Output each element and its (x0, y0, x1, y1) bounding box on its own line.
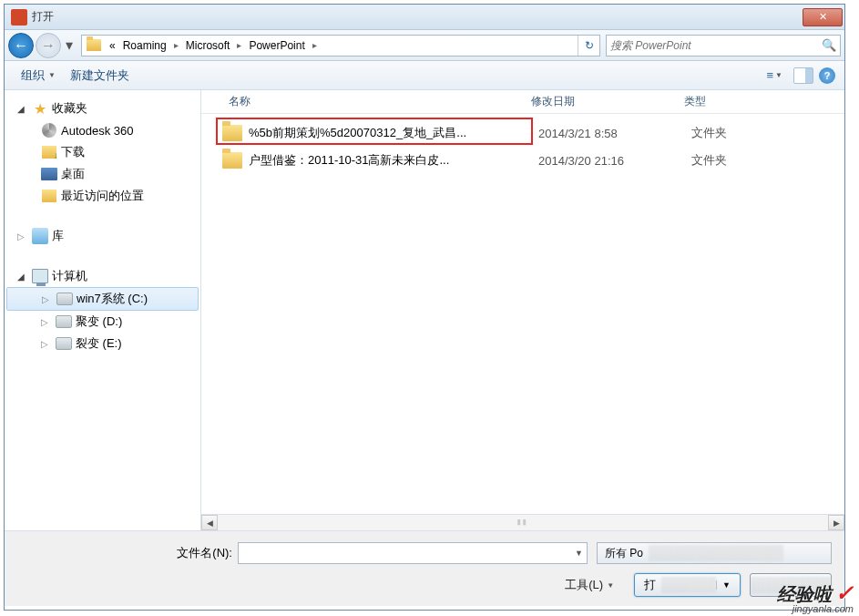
tree-drive-d-label: 聚变 (D:) (76, 313, 122, 330)
organize-label: 组织 (21, 67, 45, 84)
obscured-region (661, 577, 716, 593)
checkmark-icon: ✓ (835, 580, 854, 606)
tree-computer[interactable]: ◢ 计算机 (5, 265, 200, 287)
file-date: 2014/3/21 8:58 (538, 127, 691, 140)
tree-downloads[interactable]: 下载 (5, 141, 200, 163)
file-list-pane: 名称 修改日期 类型 %5b前期策划%5d20070312_复地_武昌... 2… (201, 90, 844, 530)
tools-menu[interactable]: 工具(L) ▼ (565, 577, 614, 593)
tree-downloads-label: 下载 (61, 144, 85, 160)
folder-icon (221, 149, 243, 171)
footer: 文件名(N): ▼ 所有 Po 工具(L) ▼ 打 ▼ (5, 530, 844, 606)
scroll-grip-icon[interactable]: ⦀⦀ (517, 518, 528, 528)
chevron-down-icon: ▼ (607, 581, 614, 590)
tree-desktop-label: 桌面 (61, 166, 85, 182)
filetype-filter-label: 所有 Po (605, 546, 643, 561)
tree-favorites[interactable]: ◢ ★ 收藏夹 (5, 98, 200, 119)
open-dialog-window: 打开 ✕ ← → ▾ « Roaming ▸ Microsoft ▸ Power… (4, 4, 845, 611)
column-type[interactable]: 类型 (677, 90, 795, 113)
close-button[interactable]: ✕ (803, 8, 843, 26)
filename-label: 文件名(N): (17, 545, 238, 561)
tree-autodesk-label: Autodesk 360 (61, 124, 134, 138)
computer-icon (32, 268, 48, 284)
column-name[interactable]: 名称 (201, 90, 524, 113)
obscured-region (649, 545, 783, 561)
breadcrumb-microsoft[interactable]: Microsoft (182, 36, 234, 56)
file-type: 文件夹 (691, 152, 727, 169)
toolbar: 组织 ▼ 新建文件夹 ≡ ▼ ? (5, 61, 844, 90)
tree-library-label: 库 (52, 228, 64, 244)
desktop-icon (41, 166, 57, 182)
tree-arrow-icon[interactable]: ▷ (17, 231, 28, 241)
horizontal-scrollbar[interactable]: ◀ ⦀⦀ ▶ (201, 514, 844, 530)
downloads-icon (41, 144, 57, 160)
app-icon (11, 9, 27, 26)
new-folder-button[interactable]: 新建文件夹 (63, 64, 137, 87)
breadcrumb-powerpoint[interactable]: PowerPoint (245, 36, 308, 56)
tree-recent[interactable]: 最近访问的位置 (5, 185, 200, 207)
drive-icon (56, 291, 73, 307)
nav-back-button[interactable]: ← (8, 33, 34, 58)
tree-arrow-icon[interactable]: ◢ (17, 272, 28, 282)
address-bar[interactable]: « Roaming ▸ Microsoft ▸ PowerPoint ▸ ↻ (81, 35, 600, 56)
watermark: 经验啦 ✓ jingyanla.com (777, 580, 854, 614)
window-title: 打开 (32, 9, 803, 25)
folder-icon (221, 122, 243, 144)
organize-menu[interactable]: 组织 ▼ (14, 64, 63, 87)
help-button[interactable]: ? (819, 67, 835, 84)
file-date: 2014/3/20 21:16 (538, 154, 691, 168)
tree-drive-e-label: 裂变 (E:) (76, 335, 122, 352)
sidebar-tree[interactable]: ◢ ★ 收藏夹 Autodesk 360 下载 桌面 最近访问的位置 (5, 90, 201, 530)
filetype-filter[interactable]: 所有 Po (597, 542, 832, 564)
refresh-button[interactable]: ↻ (578, 36, 599, 56)
breadcrumb-sep-icon[interactable]: ▸ (170, 40, 182, 50)
nav-forward-button: → (36, 33, 61, 58)
tree-arrow-icon[interactable]: ◢ (17, 104, 28, 114)
scroll-right-button[interactable]: ▶ (828, 515, 844, 530)
filename-combobox[interactable]: ▼ (238, 542, 588, 564)
search-icon[interactable]: 🔍 (822, 38, 836, 52)
library-icon (32, 228, 48, 244)
file-rows[interactable]: %5b前期策划%5d20070312_复地_武昌... 2014/3/21 8:… (201, 114, 844, 514)
file-type: 文件夹 (691, 125, 727, 141)
scroll-left-button[interactable]: ◀ (201, 515, 218, 530)
file-row[interactable]: %5b前期策划%5d20070312_复地_武昌... 2014/3/21 8:… (201, 119, 844, 147)
breadcrumb-sep-icon[interactable]: ▸ (309, 40, 321, 50)
breadcrumb-roaming[interactable]: Roaming (119, 36, 170, 56)
drive-icon (56, 313, 72, 330)
tree-drive-d[interactable]: ▷ 聚变 (D:) (5, 311, 200, 333)
tree-arrow-icon[interactable]: ▷ (42, 294, 53, 304)
autodesk-icon (41, 122, 57, 139)
search-input[interactable] (610, 39, 822, 52)
tree-arrow-icon[interactable]: ▷ (41, 339, 52, 349)
tree-autodesk[interactable]: Autodesk 360 (5, 119, 200, 141)
chevron-down-icon: ▼ (48, 71, 56, 79)
tree-recent-label: 最近访问的位置 (61, 188, 144, 204)
view-mode-button[interactable]: ≡ ▼ (761, 66, 788, 85)
search-box[interactable]: 🔍 (606, 35, 841, 56)
tree-drive-c-label: win7系统 (C:) (77, 291, 148, 307)
drive-icon (56, 335, 72, 352)
tree-desktop[interactable]: 桌面 (5, 163, 200, 185)
chevron-down-icon[interactable]: ▼ (716, 580, 731, 590)
tree-computer-label: 计算机 (52, 268, 87, 284)
tree-favorites-label: 收藏夹 (52, 100, 87, 117)
chevron-down-icon: ▼ (775, 71, 782, 79)
open-label: 打 (644, 577, 656, 593)
breadcrumb-sep-icon[interactable]: ▸ (233, 40, 245, 50)
file-row[interactable]: 户型借鉴：2011-10-31高新未来白皮... 2014/3/20 21:16… (201, 147, 844, 174)
tree-drive-e[interactable]: ▷ 裂变 (E:) (5, 333, 200, 354)
tree-arrow-icon[interactable]: ▷ (41, 317, 52, 327)
column-headers: 名称 修改日期 类型 (201, 90, 844, 114)
tree-drive-c[interactable]: ▷ win7系统 (C:) (6, 287, 199, 311)
body-area: ◢ ★ 收藏夹 Autodesk 360 下载 桌面 最近访问的位置 (5, 90, 844, 530)
preview-pane-button[interactable] (793, 67, 813, 84)
breadcrumb-prefix[interactable]: « (106, 36, 119, 56)
view-list-icon: ≡ (766, 68, 772, 82)
folder-icon (86, 37, 102, 54)
chevron-down-icon[interactable]: ▼ (575, 549, 583, 558)
open-button[interactable]: 打 ▼ (634, 573, 741, 597)
tree-library[interactable]: ▷ 库 (5, 225, 200, 247)
filename-input[interactable] (242, 547, 575, 560)
column-date[interactable]: 修改日期 (524, 90, 677, 113)
nav-history-dropdown[interactable]: ▾ (63, 36, 76, 55)
